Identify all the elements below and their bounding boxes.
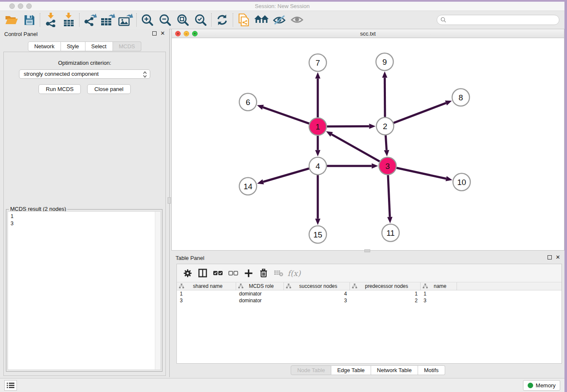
select-stepper-icon <box>143 71 147 80</box>
edge-1-6[interactable] <box>263 107 309 123</box>
node-label-14: 14 <box>243 182 253 191</box>
table-cell[interactable]: 3 <box>177 297 236 304</box>
node-label-3: 3 <box>385 162 390 171</box>
show-eye-button[interactable] <box>288 12 306 28</box>
edge-4-14[interactable] <box>263 168 309 182</box>
toolbar-separator <box>136 13 137 27</box>
tab-select[interactable]: Select <box>85 41 113 51</box>
optimization-criterion-select[interactable]: strongly connected component <box>19 69 150 79</box>
edge-3-10[interactable] <box>396 168 446 179</box>
edge-3-1[interactable] <box>332 134 380 161</box>
deselect-all-button[interactable] <box>227 267 239 279</box>
float-panel-icon[interactable] <box>152 31 157 36</box>
control-panel-title: Control Panel <box>4 31 38 37</box>
hide-eye-button[interactable] <box>270 12 288 28</box>
application-window: Session: New Session <box>0 2 564 392</box>
table-settings-button[interactable] <box>181 267 194 279</box>
table-cell[interactable]: 1 <box>350 290 421 297</box>
column-header-shared-name[interactable]: shared name <box>177 282 236 290</box>
close-panel-button[interactable]: Close panel <box>87 84 131 94</box>
edge-1-2[interactable] <box>327 126 369 127</box>
function-builder-button-disabled: f(x) <box>288 267 300 279</box>
table-tab-node-table[interactable]: Node Table <box>291 365 331 375</box>
double-home-icon <box>254 14 269 26</box>
checked-boxes-icon <box>213 270 223 276</box>
zoom-out-icon <box>159 14 171 26</box>
copy-document-icon <box>237 13 250 27</box>
edge-2-8[interactable] <box>394 103 446 123</box>
export-image-button[interactable] <box>117 12 135 28</box>
add-column-button[interactable] <box>242 267 255 279</box>
open-file-button[interactable] <box>3 12 20 28</box>
trash-icon <box>259 268 268 278</box>
search-input[interactable] <box>446 17 559 23</box>
table-tab-motifs[interactable]: Motifs <box>418 365 445 375</box>
tab-network[interactable]: Network <box>28 41 61 51</box>
toolbar-separator <box>40 13 40 27</box>
search-field[interactable] <box>437 15 559 25</box>
node-label-11: 11 <box>386 229 395 237</box>
network-graph[interactable]: 7968124314101511 <box>172 38 564 250</box>
table-cell[interactable]: 3 <box>284 297 350 304</box>
table-cell[interactable]: dominator <box>236 297 284 304</box>
delete-column-button[interactable] <box>257 267 270 279</box>
mcds-result-area[interactable]: 13 <box>8 211 161 370</box>
table-cell[interactable]: 4 <box>284 290 350 297</box>
save-session-button[interactable] <box>20 12 38 28</box>
export-table-button[interactable] <box>99 12 117 28</box>
edge-arrowhead <box>382 71 387 77</box>
table-cell[interactable]: 3 <box>421 297 457 304</box>
zoom-selected-button[interactable] <box>192 12 209 28</box>
column-header-MCDS-role[interactable]: MCDS role <box>236 282 284 290</box>
select-all-button[interactable] <box>212 267 224 279</box>
network-window: ✕ − + scc.txt 7968124314101511 <box>171 29 564 251</box>
table-tab-network-table[interactable]: Network Table <box>371 365 418 375</box>
table-row[interactable]: 3dominator323 <box>177 297 561 304</box>
copy-view-button[interactable] <box>235 12 253 28</box>
table-row[interactable]: 1dominator411 <box>177 290 561 297</box>
table-cell[interactable]: 2 <box>350 297 421 304</box>
task-history-button[interactable] <box>4 380 17 391</box>
network-canvas[interactable]: 7968124314101511 <box>172 38 564 250</box>
import-network-button[interactable] <box>42 12 60 28</box>
table-header-row: shared nameMCDS rolesuccessor nodesprede… <box>177 282 561 290</box>
column-header-successor-nodes[interactable]: successor nodes <box>284 282 350 290</box>
refresh-view-button[interactable] <box>213 12 231 28</box>
tab-style[interactable]: Style <box>61 41 85 51</box>
home-view-button[interactable] <box>253 12 270 28</box>
status-bar: Memory <box>0 378 564 392</box>
zoom-fit-button[interactable] <box>174 12 192 28</box>
vertical-splitter-handle[interactable] <box>168 197 171 204</box>
gear-icon <box>183 269 192 278</box>
import-table-button[interactable] <box>60 12 77 28</box>
control-panel-header: Control Panel ✕ <box>0 29 169 40</box>
column-layout-button[interactable] <box>196 267 209 279</box>
memory-button[interactable]: Memory <box>523 380 560 391</box>
edge-2-9[interactable] <box>385 77 385 117</box>
table-panel-tabs: Node TableEdge TableNetwork TableMotifs <box>171 365 564 375</box>
export-network-button[interactable] <box>81 12 99 28</box>
float-table-panel-icon[interactable] <box>548 255 552 259</box>
close-panel-icon[interactable]: ✕ <box>160 31 165 36</box>
control-panel-tabs: NetworkStyleSelectMCDS <box>0 41 169 51</box>
table-cell[interactable]: 1 <box>421 290 457 297</box>
mcds-result-group: MCDS result (2 nodes) 13 <box>6 209 162 372</box>
horizontal-splitter-handle[interactable] <box>364 249 370 252</box>
mcds-result-node: 1 <box>11 213 160 220</box>
close-table-panel-icon[interactable]: ✕ <box>556 255 560 259</box>
zoom-out-button[interactable] <box>156 12 174 28</box>
tab-mcds[interactable]: MCDS <box>113 41 141 51</box>
table-cell[interactable]: 1 <box>177 290 236 297</box>
column-header-predecessor-nodes[interactable]: predecessor nodes <box>350 282 421 290</box>
run-mcds-button[interactable]: Run MCDS <box>39 84 81 94</box>
edge-arrowhead <box>315 219 320 225</box>
zoom-in-button[interactable] <box>138 12 156 28</box>
column-header-name[interactable]: name <box>421 282 457 290</box>
table-tab-edge-table[interactable]: Edge Table <box>331 365 371 375</box>
edge-3-11[interactable] <box>388 175 390 217</box>
edge-arrowhead <box>384 150 389 156</box>
column-tree-icon <box>286 284 291 289</box>
edge-2-3[interactable] <box>385 135 386 150</box>
table-cell[interactable]: dominator <box>236 290 284 297</box>
result-scrollbar[interactable] <box>155 212 160 370</box>
